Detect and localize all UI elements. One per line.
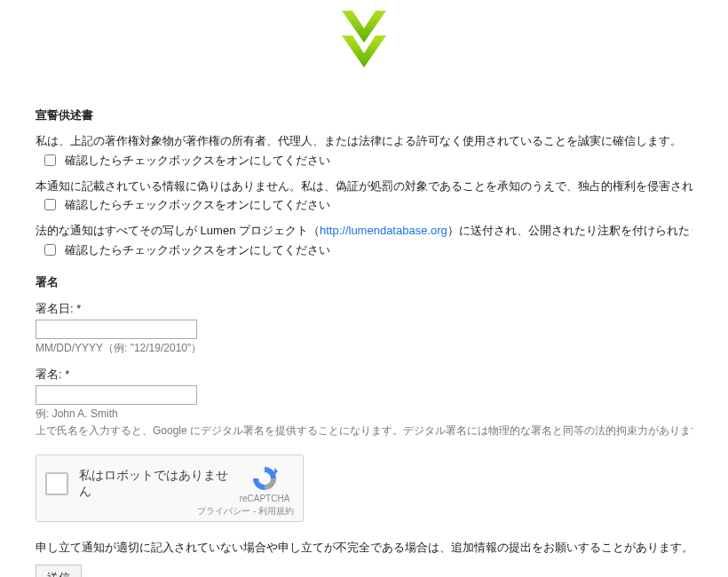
sworn-statement-1: 私は、上記の著作権対象物が著作権の所有者、代理人、または法律による許可なく使用さ…	[36, 132, 692, 150]
signature-name-label: 署名: *	[36, 367, 692, 383]
signature-date-hint: MM/DD/YYYY（例: "12/19/2010"）	[36, 341, 692, 356]
arrow-decoration	[36, 0, 692, 91]
recaptcha-text: 私はロボットではありません	[79, 468, 235, 500]
signature-name-input[interactable]	[36, 385, 197, 405]
signature-date-label: 署名日: *	[36, 301, 692, 317]
signature-disclaimer: 上で氏名を入力すると、Google にデジタル署名を提供することになります。デジ…	[36, 423, 692, 439]
confirm-checkbox-row-2: 確認したらチェックボックスをオンにしてください	[36, 196, 692, 213]
confirm-checkbox-3-label: 確認したらチェックボックスをオンにしてください	[65, 242, 330, 256]
confirm-checkbox-row-1: 確認したらチェックボックスをオンにしてください	[36, 152, 692, 169]
signature-date-input[interactable]	[36, 320, 197, 339]
recaptcha-icon	[250, 464, 279, 493]
confirm-checkbox-1[interactable]	[44, 154, 56, 166]
signature-title: 署名	[36, 274, 692, 290]
signature-name-hint: 例: John A. Smith	[36, 407, 692, 422]
sworn-statement-3: 法的な通知はすべてその写しが Lumen プロジェクト（http://lumen…	[36, 222, 692, 240]
recaptcha-logo: reCAPTCHA	[235, 464, 294, 503]
submit-button[interactable]: 送信	[36, 565, 82, 578]
sworn-statement-3-post: ）に送付され、公開されたり注釈を付けられたりする場合があること	[447, 224, 692, 237]
confirm-checkbox-3[interactable]	[44, 244, 56, 256]
recaptcha-widget: 私はロボットではありません reCAPTCHA プライバシー - 利用規約	[36, 454, 304, 522]
sworn-statement-title: 宣誓供述書	[36, 107, 692, 123]
confirm-checkbox-2-label: 確認したらチェックボックスをオンにしてください	[65, 198, 330, 211]
recaptcha-badge-text: reCAPTCHA	[240, 494, 290, 503]
confirm-checkbox-2[interactable]	[44, 199, 56, 210]
svg-marker-2	[274, 468, 278, 475]
confirm-checkbox-row-3: 確認したらチェックボックスをオンにしてください	[36, 241, 692, 258]
recaptcha-footer-links[interactable]: プライバシー - 利用規約	[36, 505, 303, 521]
recaptcha-checkbox[interactable]	[45, 472, 68, 495]
confirm-checkbox-1-label: 確認したらチェックボックスをオンにしてください	[65, 153, 330, 166]
sworn-statement-2: 本通知に記載されている情報に偽りはありません。私は、偽証が処罰の対象であることを…	[36, 178, 692, 195]
sworn-statement-3-pre: 法的な通知はすべてその写しが Lumen プロジェクト（	[36, 224, 320, 237]
lumen-link[interactable]: http://lumendatabase.org	[320, 224, 447, 237]
closing-paragraph: 申し立て通知が適切に記入されていない場合や申し立てが不完全である場合は、追加情報…	[36, 540, 692, 556]
chevron-down-icon	[340, 9, 388, 74]
